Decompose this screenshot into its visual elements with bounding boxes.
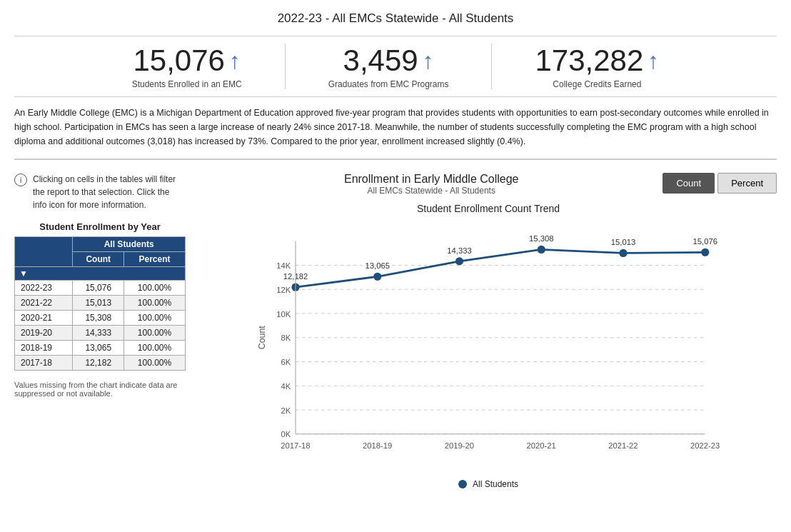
percent-cell: 100.00% <box>124 281 186 296</box>
kpi-graduates: 3,459 ↑ Graduates from EMC Programs <box>285 44 492 89</box>
svg-text:2017-18: 2017-18 <box>281 441 310 450</box>
chart-inner-title: Student Enrollment Count Trend <box>200 203 777 214</box>
year-cell: 2020-21 <box>15 311 73 326</box>
left-panel: i Clicking on cells in the tables will f… <box>14 173 186 489</box>
kpi-credits-arrow: ↑ <box>648 48 659 74</box>
svg-text:2019-20: 2019-20 <box>445 441 474 450</box>
table-row[interactable]: 2022-23 15,076 100.00% <box>15 281 186 296</box>
year-cell: 2017-18 <box>15 356 73 371</box>
kpi-graduates-label: Graduates from EMC Programs <box>328 79 449 89</box>
kpi-enrolled: 15,076 ↑ Students Enrolled in an EMC <box>89 44 285 89</box>
year-cell: 2018-19 <box>15 341 73 356</box>
svg-text:0K: 0K <box>281 430 291 438</box>
table-row[interactable]: 2021-22 15,013 100.00% <box>15 296 186 311</box>
kpi-enrolled-arrow: ↑ <box>229 48 241 74</box>
svg-text:14,333: 14,333 <box>447 246 471 255</box>
svg-point-29 <box>538 246 545 254</box>
svg-text:10K: 10K <box>276 310 291 318</box>
legend-label: All Students <box>473 479 518 489</box>
kpi-credits: 173,282 ↑ College Credits Earned <box>491 44 702 89</box>
chart-buttons: Count Percent <box>662 173 777 194</box>
info-text: Clicking on cells in the tables will fil… <box>33 173 186 211</box>
percent-button[interactable]: Percent <box>717 173 777 194</box>
kpi-credits-label: College Credits Earned <box>553 79 641 89</box>
svg-text:8K: 8K <box>281 333 291 342</box>
svg-text:14K: 14K <box>276 261 291 270</box>
chart-legend: All Students <box>200 479 777 489</box>
chart-main-title: Enrollment in Early Middle College <box>200 173 662 186</box>
svg-text:2021-22: 2021-22 <box>608 441 638 450</box>
kpi-enrolled-label: Students Enrolled in an EMC <box>132 79 242 89</box>
svg-point-25 <box>373 273 381 281</box>
description-text: An Early Middle College (EMC) is a Michi… <box>14 106 777 160</box>
svg-text:Count: Count <box>257 326 267 350</box>
chart-note: Values missing from the chart indicate d… <box>14 381 186 398</box>
svg-text:4K: 4K <box>281 382 291 391</box>
right-panel: Enrollment in Early Middle College All E… <box>200 173 777 489</box>
count-button[interactable]: Count <box>662 173 715 194</box>
svg-text:2018-19: 2018-19 <box>363 441 392 450</box>
year-cell: 2019-20 <box>15 326 73 341</box>
svg-text:2022-23: 2022-23 <box>690 441 720 450</box>
svg-text:13,065: 13,065 <box>366 261 390 270</box>
year-cell: 2022-23 <box>15 281 73 296</box>
count-cell: 13,065 <box>73 341 124 356</box>
table-title: Student Enrollment by Year <box>14 221 186 232</box>
all-students-header: All Students <box>73 237 186 252</box>
percent-col-header: Percent <box>124 252 186 267</box>
page-title: 2022-23 - All EMCs Statewide - All Stude… <box>14 11 777 26</box>
svg-text:6K: 6K <box>281 358 291 366</box>
table-row[interactable]: 2017-18 12,182 100.00% <box>15 356 186 371</box>
svg-text:12K: 12K <box>276 286 291 294</box>
chart-header: Enrollment in Early Middle College All E… <box>200 173 777 196</box>
kpi-credits-value: 173,282 ↑ <box>535 44 659 78</box>
percent-cell: 100.00% <box>124 296 186 311</box>
count-cell: 15,308 <box>73 311 124 326</box>
chart-titles: Enrollment in Early Middle College All E… <box>200 173 662 196</box>
enrollment-table: All Students Count Percent ▼ 2022-23 15,… <box>14 236 186 371</box>
filter-row: ▼ <box>15 267 186 281</box>
percent-cell: 100.00% <box>124 326 186 341</box>
year-cell: 2021-22 <box>15 296 73 311</box>
svg-text:2K: 2K <box>281 406 291 415</box>
legend-dot <box>458 480 467 488</box>
count-cell: 12,182 <box>73 356 124 371</box>
info-row: i Clicking on cells in the tables will f… <box>14 173 186 211</box>
line-chart-svg: 0K2K4K6K8K10K12K14KCount2017-182018-1920… <box>200 217 777 474</box>
percent-cell: 100.00% <box>124 356 186 371</box>
chart-wrap: 0K2K4K6K8K10K12K14KCount2017-182018-1920… <box>200 217 777 476</box>
svg-text:15,308: 15,308 <box>529 234 553 243</box>
year-col-header <box>15 237 73 267</box>
percent-cell: 100.00% <box>124 341 186 356</box>
count-cell: 15,013 <box>73 296 124 311</box>
chart-sub-title: All EMCs Statewide - All Students <box>200 186 662 196</box>
table-row[interactable]: 2019-20 14,333 100.00% <box>15 326 186 341</box>
svg-point-27 <box>455 257 463 265</box>
percent-cell: 100.00% <box>124 311 186 326</box>
svg-text:15,076: 15,076 <box>693 237 717 246</box>
kpi-enrolled-value: 15,076 ↑ <box>133 44 240 78</box>
count-col-header: Count <box>73 252 124 267</box>
kpi-graduates-value: 3,459 ↑ <box>343 44 434 78</box>
svg-point-31 <box>619 249 627 257</box>
svg-text:2020-21: 2020-21 <box>527 441 556 450</box>
count-cell: 14,333 <box>73 326 124 341</box>
svg-text:15,013: 15,013 <box>611 238 635 246</box>
table-row[interactable]: 2020-21 15,308 100.00% <box>15 311 186 326</box>
info-icon: i <box>14 174 27 186</box>
lower-section: i Clicking on cells in the tables will f… <box>14 173 777 489</box>
svg-point-33 <box>701 249 709 256</box>
page-container: 2022-23 - All EMCs Statewide - All Stude… <box>0 0 791 501</box>
kpi-row: 15,076 ↑ Students Enrolled in an EMC 3,4… <box>14 36 777 97</box>
kpi-graduates-arrow: ↑ <box>423 48 434 74</box>
count-cell: 15,076 <box>73 281 124 296</box>
table-row[interactable]: 2018-19 13,065 100.00% <box>15 341 186 356</box>
